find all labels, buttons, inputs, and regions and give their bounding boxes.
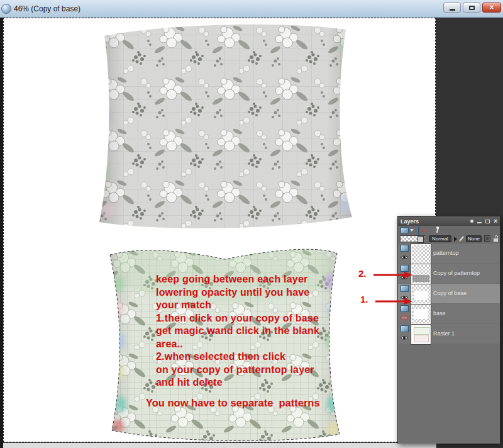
palette-pin-icon[interactable] [470,220,473,223]
layer-settings-row: Normal None [398,235,500,244]
close-icon: × [489,4,494,11]
layer-name[interactable]: patterntop [433,244,459,263]
link-set-dropdown[interactable]: None [466,235,482,242]
new-layer-icon [401,227,409,233]
visibility-eye-off-icon[interactable] [400,315,409,321]
highlight-toggle-button[interactable] [484,235,490,242]
layer-name[interactable]: Copy of patterntop [433,264,480,283]
layer-name[interactable]: Raster 1 [433,324,455,344]
step-1-label: 1. [360,294,368,305]
opacity-slider[interactable] [400,235,425,242]
image-window-titlebar[interactable]: 46% (Copy of base) × [0,0,503,18]
fabric-swatch-top [94,22,356,230]
lock-transparency-icon[interactable] [493,235,499,243]
tutorial-line: on your copy of patterntop layer [156,364,319,377]
blend-mode-dropdown[interactable]: Normal [429,235,451,242]
new-layer-button[interactable] [401,227,414,233]
tutorial-line: area.. [156,338,319,351]
layer-row-raster-1[interactable]: Raster 1 [398,324,500,344]
visibility-eye-icon[interactable] [400,254,409,260]
opacity-slider-handle[interactable] [417,236,424,243]
layer-thumbnail[interactable] [411,325,431,344]
tutorial-text: keep going between each layer lowering o… [156,273,319,389]
image-window-icon [1,4,11,14]
tutorial-line: your match [156,299,319,312]
raster-layer-icon [401,325,409,332]
window-title: 46% (Copy of base) [14,4,80,13]
maximize-icon [469,6,475,10]
workspace-left-edge [0,17,3,448]
close-button[interactable]: × [482,3,501,13]
tutorial-line: get magic wand click in the blank [156,325,319,338]
palette-maximize-icon[interactable] [485,220,490,223]
app-window: 46% (Copy of base) × [0,0,503,448]
layers-toolbar: × [398,226,500,235]
step-2-label: 2. [358,268,367,279]
chevron-down-icon [410,229,414,232]
brush-icon[interactable] [458,235,465,242]
layers-palette-title: Layers [401,218,470,225]
layer-row-patterntop[interactable]: patterntop [398,244,500,263]
tutorial-line: lowering opacity until you have [156,286,319,300]
edit-selection-button[interactable] [434,227,441,234]
minimize-icon [450,9,455,11]
chevron-right-icon[interactable] [454,237,457,242]
tutorial-line: 2.when selected then click [156,350,319,364]
window-bottom-edge [3,443,436,448]
step-2-arrowhead [404,272,412,278]
layers-palette-titlebar[interactable]: Layers × [398,216,500,226]
layers-palette: Layers × × [397,216,500,444]
raster-layer-icon [401,245,409,252]
delete-x-icon: × [422,228,426,234]
palette-minimize-icon[interactable] [477,222,482,223]
window-controls: × [443,3,501,13]
layer-thumbnail[interactable] [411,244,431,264]
palette-close-icon[interactable]: × [494,218,497,225]
tutorial-line: keep going between each layer [156,273,319,286]
tutorial-footer: You now have to separate patterns [146,397,320,409]
step-1-arrowhead [404,298,412,305]
maximize-button[interactable] [463,3,480,13]
tutorial-line: 1.then click on your copy of base [156,312,319,325]
layer-name[interactable]: base [433,304,446,323]
visibility-eye-icon[interactable] [400,335,409,341]
layer-name[interactable]: Copy of base [433,284,467,303]
tutorial-line: and hit delete [156,376,319,389]
minimize-button[interactable] [443,3,461,13]
